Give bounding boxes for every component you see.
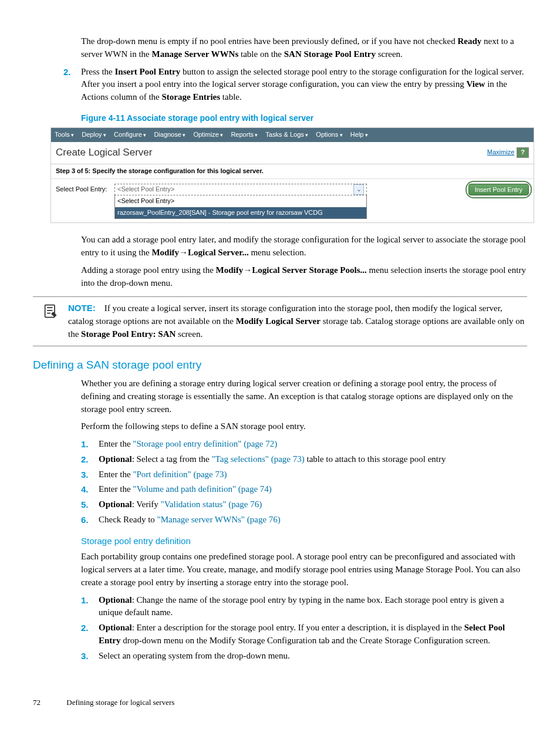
paragraph-modify-logical-server: You can add a storage pool entry later, … [81, 234, 527, 259]
wizard-step-label: Step 3 of 5: Specify the storage configu… [51, 164, 534, 179]
link-port-definition[interactable]: "Port definition" (page 73) [133, 470, 227, 479]
sp-step-3: 3. Select an operating system from the d… [81, 650, 527, 663]
pool-entry-option-placeholder[interactable]: <Select Pool Entry> [115, 195, 366, 207]
page-number: 72 [33, 697, 65, 708]
pool-entry-option-razorsaw[interactable]: razorsaw_PoolEntry_208[SAN] - Storage po… [115, 207, 366, 219]
link-manage-server-wwns[interactable]: "Manage server WWNs" (page 76) [157, 515, 281, 524]
menubar: Tools Deploy Configure Diagnose Optimize… [51, 128, 534, 142]
panel-title: Create Logical Server [56, 146, 487, 160]
bold-ready: Ready [457, 36, 481, 46]
insert-pool-entry-button[interactable]: Insert Pool Entry [468, 184, 529, 195]
bold-insert-pool-entry: Insert Pool Entry [115, 67, 181, 76]
bold-manage-wwns: Manage Server WWNs [152, 49, 239, 59]
sp-step-2: 2. Optional: Enter a description for the… [81, 622, 527, 647]
link-storage-pool-entry-definition[interactable]: "Storage pool entry definition" (page 72… [133, 439, 277, 448]
menu-configure[interactable]: Configure [114, 131, 146, 138]
step-4-volume: 4. Enter the "Volume and path definition… [81, 483, 527, 496]
chevron-down-icon[interactable]: ⌄ [353, 184, 364, 195]
bold-view: View [466, 79, 485, 89]
text: table. [220, 92, 242, 102]
note-box: NOTE: If you create a logical server, in… [33, 296, 527, 346]
figure-screenshot: Tools Deploy Configure Diagnose Optimize… [50, 127, 534, 223]
paragraph-modify-storage-pools: Adding a storage pool entry using the Mo… [81, 264, 527, 290]
step-6-wwns: 6. Check Ready to "Manage server WWNs" (… [81, 514, 527, 526]
menu-tasks[interactable]: Tasks & Logs [265, 131, 308, 138]
heading-storage-pool-entry-definition: Storage pool entry definition [81, 535, 527, 548]
step-2: 2. Press the Insert Pool Entry button to… [63, 66, 527, 104]
menu-optimize[interactable]: Optimize [193, 131, 223, 138]
step-number: 2. [63, 66, 81, 104]
link-validation-status[interactable]: "Validation status" (page 76) [161, 499, 262, 509]
footer-title: Defining storage for logical servers [66, 698, 174, 707]
note-icon [33, 302, 68, 325]
sp-step-1: 1. Optional: Change the name of the stor… [81, 594, 527, 620]
step-2-tags: 2. Optional: Select a tag from the "Tag … [81, 453, 527, 466]
pool-entry-dropdown: <Select Pool Entry> razorsaw_PoolEntry_2… [114, 195, 367, 220]
text: screen. [376, 49, 403, 59]
bold-storage-entries: Storage Entries [161, 92, 220, 102]
text: The drop-down menu is empty if no pool e… [81, 36, 457, 46]
menu-diagnose[interactable]: Diagnose [154, 131, 185, 138]
menu-tools[interactable]: Tools [55, 131, 74, 138]
step-5-validation: 5. Optional: Verify "Validation status" … [81, 498, 527, 511]
section2-p1: Whether you are defining a storage entry… [81, 377, 527, 416]
menu-options[interactable]: Options [316, 131, 342, 138]
intro-paragraph: The drop-down menu is empty if no pool e… [81, 35, 527, 61]
select-pool-entry-label: Select Pool Entry: [56, 184, 114, 194]
text: Press the [81, 67, 115, 76]
note-text: If you create a logical server, insert i… [68, 303, 524, 339]
figure-caption: Figure 4-11 Associate storage pool entry… [81, 112, 527, 124]
menu-deploy[interactable]: Deploy [82, 131, 106, 138]
page-footer: 72 Defining storage for logical servers [33, 697, 527, 708]
menu-help[interactable]: Help [350, 131, 368, 138]
section3-p1: Each portability group contains one pred… [81, 551, 527, 589]
text: table on the [238, 49, 284, 59]
step-1: 1. Enter the "Storage pool entry definit… [81, 438, 527, 451]
link-tag-selections[interactable]: "Tag selections" (page 73) [211, 454, 304, 464]
pool-entry-select[interactable]: <Select Pool Entry> ⌄ [114, 184, 367, 195]
bold-san-entry: SAN Storage Pool Entry [284, 49, 376, 59]
select-value: <Select Pool Entry> [117, 185, 174, 194]
maximize-link[interactable]: Maximize [487, 148, 514, 157]
link-volume-path-definition[interactable]: "Volume and path definition" (page 74) [133, 484, 272, 494]
help-icon[interactable]: ? [517, 147, 529, 158]
menu-reports[interactable]: Reports [231, 131, 258, 138]
note-label: NOTE: [68, 303, 96, 313]
step-3-port: 3. Enter the "Port definition" (page 73) [81, 468, 527, 481]
section2-p2: Perform the following steps to define a … [81, 420, 527, 433]
heading-defining-san-storage-pool-entry: Defining a SAN storage pool entry [33, 357, 527, 373]
